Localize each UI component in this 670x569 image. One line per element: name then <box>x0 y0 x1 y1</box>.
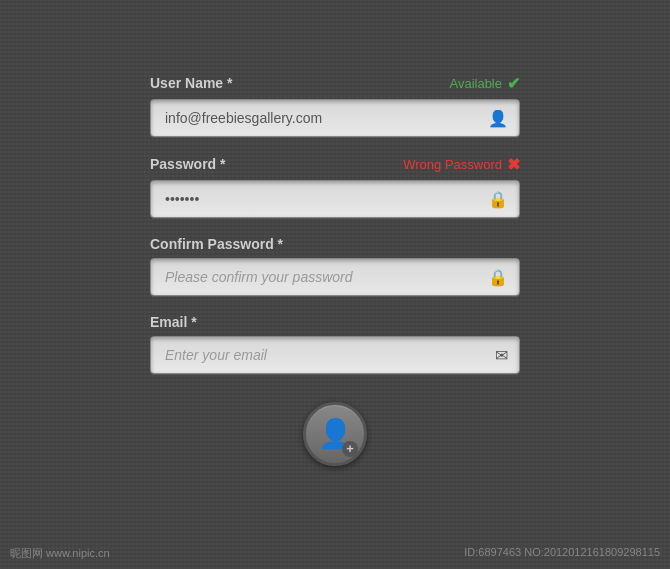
watermark: 昵图网 www.nipic.cn ID:6897463 NO:201201216… <box>0 546 670 561</box>
plus-badge: + <box>342 441 358 457</box>
username-label: User Name * <box>150 75 233 91</box>
lock-icon: 🔒 <box>488 189 508 208</box>
username-group: User Name * Available ✔ 👤 <box>150 74 520 137</box>
email-input-wrapper: ✉ <box>150 336 520 374</box>
password-label: Password * <box>150 156 225 172</box>
username-status: Available ✔ <box>449 74 520 93</box>
confirm-lock-icon: 🔒 <box>488 267 508 286</box>
confirm-password-header: Confirm Password * <box>150 236 520 252</box>
password-status-text: Wrong Password <box>403 157 502 172</box>
confirm-password-input[interactable] <box>150 258 520 296</box>
submit-wrapper: 👤 + <box>150 402 520 466</box>
checkmark-icon: ✔ <box>507 74 520 93</box>
watermark-left: 昵图网 www.nipic.cn <box>10 546 110 561</box>
registration-form: User Name * Available ✔ 👤 Password * Wro… <box>150 74 520 466</box>
password-status: Wrong Password ✖ <box>403 155 520 174</box>
watermark-right: ID:6897463 NO:20120121618092981​15 <box>464 546 660 561</box>
email-label: Email * <box>150 314 197 330</box>
username-input-wrapper: 👤 <box>150 99 520 137</box>
password-header: Password * Wrong Password ✖ <box>150 155 520 174</box>
email-group: Email * ✉ <box>150 314 520 374</box>
confirm-password-label: Confirm Password * <box>150 236 283 252</box>
email-input[interactable] <box>150 336 520 374</box>
user-icon: 👤 <box>488 108 508 127</box>
username-input[interactable] <box>150 99 520 137</box>
password-group: Password * Wrong Password ✖ 🔒 <box>150 155 520 218</box>
email-header: Email * <box>150 314 520 330</box>
confirm-password-input-wrapper: 🔒 <box>150 258 520 296</box>
username-status-text: Available <box>449 76 502 91</box>
password-input[interactable] <box>150 180 520 218</box>
username-header: User Name * Available ✔ <box>150 74 520 93</box>
submit-button[interactable]: 👤 + <box>303 402 367 466</box>
confirm-password-group: Confirm Password * 🔒 <box>150 236 520 296</box>
email-icon: ✉ <box>495 345 508 364</box>
password-input-wrapper: 🔒 <box>150 180 520 218</box>
crossmark-icon: ✖ <box>507 155 520 174</box>
